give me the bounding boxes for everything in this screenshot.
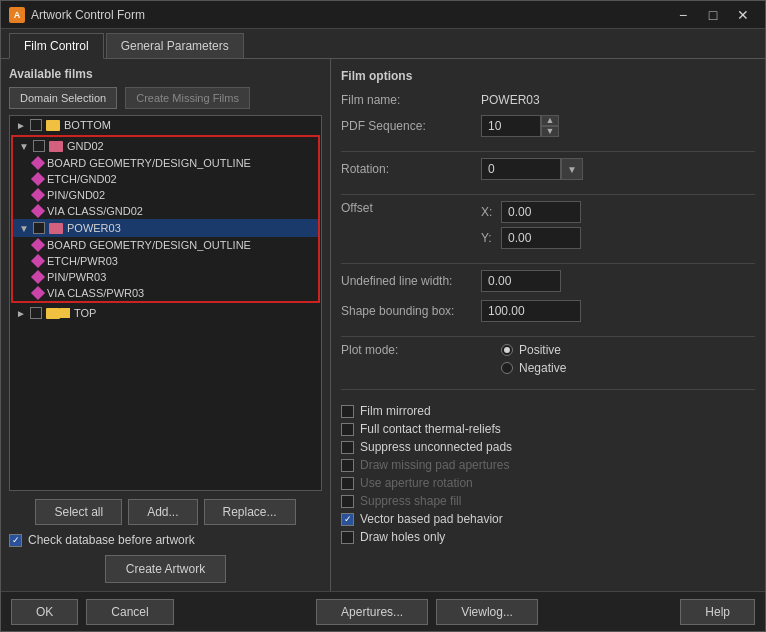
select-all-button[interactable]: Select all [35, 499, 122, 525]
window-controls: − □ ✕ [669, 4, 757, 26]
check-draw-holes[interactable]: Draw holes only [341, 530, 755, 544]
bottom-buttons: Select all Add... Replace... [9, 499, 322, 525]
chk-suppress-unconnected[interactable] [341, 441, 354, 454]
minimize-button[interactable]: − [669, 4, 697, 26]
folder-icon-gnd02 [49, 141, 63, 152]
check-top[interactable] [30, 307, 42, 319]
check-gnd02[interactable] [33, 140, 45, 152]
tree-item-power03-etch[interactable]: ETCH/PWR03 [13, 253, 318, 269]
check-power03[interactable] [33, 222, 45, 234]
folder-icon-power03 [49, 223, 63, 234]
offset-x-label: X: [481, 205, 501, 219]
tree-item-power03[interactable]: ▼ POWER03 [13, 219, 318, 237]
chk-use-aperture [341, 477, 354, 490]
positive-radio[interactable] [501, 344, 513, 356]
film-tree[interactable]: ► BOTTOM ▼ GND02 BOARD GEOMETRY/ [9, 115, 322, 491]
ok-button[interactable]: OK [11, 599, 78, 625]
check-film-mirrored[interactable]: Film mirrored [341, 404, 755, 418]
check-bottom[interactable] [30, 119, 42, 131]
diamond-icon-power03-pin [31, 270, 45, 284]
diamond-icon-gnd02-board [31, 156, 45, 170]
main-window: A Artwork Control Form − □ ✕ Film Contro… [0, 0, 766, 632]
diamond-icon-power03-board [31, 238, 45, 252]
negative-radio[interactable] [501, 362, 513, 374]
pdf-sequence-spinner: ▲ ▼ [481, 115, 559, 137]
tree-item-power03-pin[interactable]: PIN/PWR03 [13, 269, 318, 285]
chk-vector-based[interactable]: ✓ [341, 513, 354, 526]
tree-item-power03-board[interactable]: BOARD GEOMETRY/DESIGN_OUTLINE [13, 237, 318, 253]
diamond-icon-gnd02-pin [31, 188, 45, 202]
label-power03-etch: ETCH/PWR03 [47, 255, 118, 267]
chk-draw-holes[interactable] [341, 531, 354, 544]
pdf-sequence-down[interactable]: ▼ [541, 126, 559, 137]
diamond-icon-gnd02-etch [31, 172, 45, 186]
positive-radio-row[interactable]: Positive [501, 343, 566, 357]
expand-power03[interactable]: ▼ [17, 221, 31, 235]
shape-bounding-input[interactable] [481, 300, 581, 322]
chk-draw-missing [341, 459, 354, 472]
undefined-line-label: Undefined line width: [341, 274, 481, 288]
label-suppress-shape: Suppress shape fill [360, 494, 461, 508]
negative-radio-row[interactable]: Negative [501, 361, 566, 375]
label-full-contact: Full contact thermal-reliefs [360, 422, 501, 436]
tree-item-gnd02-pin[interactable]: PIN/GND02 [13, 187, 318, 203]
footer: OK Cancel Apertures... Viewlog... Help [1, 591, 765, 631]
tree-item-gnd02-via[interactable]: VIA CLASS/GND02 [13, 203, 318, 219]
domain-selection-button[interactable]: Domain Selection [9, 87, 117, 109]
maximize-button[interactable]: □ [699, 4, 727, 26]
tree-item-gnd02-etch[interactable]: ETCH/GND02 [13, 171, 318, 187]
tab-film-control[interactable]: Film Control [9, 33, 104, 59]
film-name-value: POWER03 [481, 93, 540, 107]
label-top: TOP [74, 307, 96, 319]
rotation-dropdown[interactable]: ▼ [561, 158, 583, 180]
check-draw-missing: Draw missing pad apertures [341, 458, 755, 472]
viewlog-button[interactable]: Viewlog... [436, 599, 538, 625]
expand-gnd02[interactable]: ▼ [17, 139, 31, 153]
offset-x-input[interactable] [501, 201, 581, 223]
chk-film-mirrored[interactable] [341, 405, 354, 418]
tree-item-power03-via[interactable]: VIA CLASS/PWR03 [13, 285, 318, 301]
expand-top[interactable]: ► [14, 306, 28, 320]
offset-y-input[interactable] [501, 227, 581, 249]
tree-item-bottom[interactable]: ► BOTTOM [10, 116, 321, 134]
apertures-button[interactable]: Apertures... [316, 599, 428, 625]
check-vector-based[interactable]: ✓ Vector based pad behavior [341, 512, 755, 526]
replace-button[interactable]: Replace... [204, 499, 296, 525]
window-title: Artwork Control Form [31, 8, 145, 22]
help-button[interactable]: Help [680, 599, 755, 625]
add-button[interactable]: Add... [128, 499, 197, 525]
label-film-mirrored: Film mirrored [360, 404, 431, 418]
offset-label: Offset [341, 201, 481, 215]
tab-general-parameters[interactable]: General Parameters [106, 33, 244, 58]
label-draw-holes: Draw holes only [360, 530, 445, 544]
label-draw-missing: Draw missing pad apertures [360, 458, 509, 472]
label-power03-board: BOARD GEOMETRY/DESIGN_OUTLINE [47, 239, 251, 251]
tabs-bar: Film Control General Parameters [1, 29, 765, 59]
tree-item-gnd02[interactable]: ▼ GND02 [13, 137, 318, 155]
cancel-button[interactable]: Cancel [86, 599, 173, 625]
film-name-label: Film name: [341, 93, 481, 107]
main-content: Available films Domain Selection Create … [1, 59, 765, 591]
tree-item-top[interactable]: ► TOP [10, 304, 321, 322]
check-full-contact[interactable]: Full contact thermal-reliefs [341, 422, 755, 436]
available-films-header: Available films [9, 67, 322, 81]
divider-3 [341, 263, 755, 264]
close-button[interactable]: ✕ [729, 4, 757, 26]
pdf-sequence-up[interactable]: ▲ [541, 115, 559, 126]
offset-y-label: Y: [481, 231, 501, 245]
pdf-sequence-input[interactable] [481, 115, 541, 137]
check-suppress-unconnected[interactable]: Suppress unconnected pads [341, 440, 755, 454]
negative-label: Negative [519, 361, 566, 375]
tree-item-gnd02-board[interactable]: BOARD GEOMETRY/DESIGN_OUTLINE [13, 155, 318, 171]
check-use-aperture: Use aperture rotation [341, 476, 755, 490]
label-power03: POWER03 [67, 222, 121, 234]
rotation-input[interactable] [481, 158, 561, 180]
chk-full-contact[interactable] [341, 423, 354, 436]
label-bottom: BOTTOM [64, 119, 111, 131]
create-artwork-button[interactable]: Create Artwork [105, 555, 226, 583]
undefined-line-input[interactable] [481, 270, 561, 292]
check-db-checkbox[interactable]: ✓ [9, 534, 22, 547]
title-bar-left: A Artwork Control Form [9, 7, 145, 23]
check-db-row: ✓ Check database before artwork [9, 533, 322, 547]
expand-bottom[interactable]: ► [14, 118, 28, 132]
